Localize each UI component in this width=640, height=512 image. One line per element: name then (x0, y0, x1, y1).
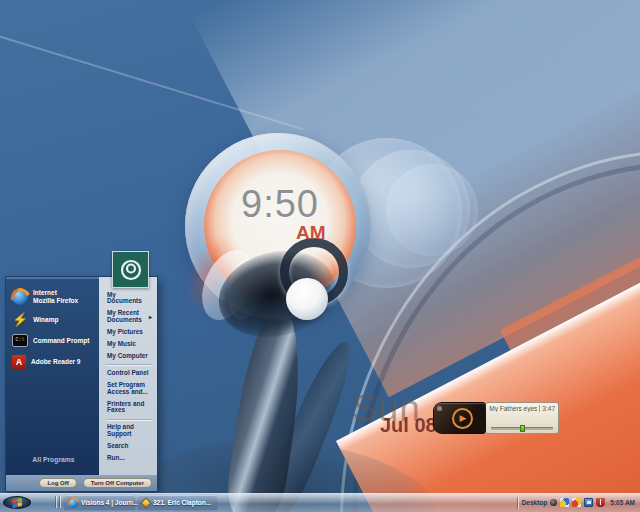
play-button[interactable]: ▶ (452, 408, 473, 429)
seek-bar[interactable] (491, 427, 553, 430)
menu-separator (107, 364, 152, 365)
menu-item-search[interactable]: Search (106, 441, 153, 453)
windows-flag-icon (12, 498, 23, 508)
menu-item-my-music[interactable]: My Music (106, 339, 153, 351)
menu-item-my-recent-documents[interactable]: My Recent Documents ▸ (106, 308, 153, 327)
menu-item-my-pictures[interactable]: My Pictures (106, 327, 153, 339)
start-menu-places-list: My Documents My Recent Documents ▸ My Pi… (99, 277, 157, 475)
menu-item-run[interactable]: Run... (106, 453, 153, 465)
menu-item-set-program-access[interactable]: Set Program Access and... (106, 379, 153, 398)
start-menu: Internet Mozilla Firefox ⚡ Winamp C:\ Co… (5, 276, 158, 492)
menu-item-control-panel[interactable]: Control Panel (106, 367, 153, 379)
tray-clock[interactable]: 5:05 AM (610, 499, 635, 506)
menu-separator (107, 419, 152, 420)
firefox-icon (68, 498, 78, 508)
clock-widget-ampm: AM (296, 222, 326, 244)
menu-item-my-documents[interactable]: My Documents (106, 289, 153, 308)
submenu-arrow-icon: ▸ (149, 314, 152, 320)
start-menu-pinned-list: Internet Mozilla Firefox ⚡ Winamp C:\ Co… (6, 277, 99, 475)
menu-item-internet[interactable]: Internet Mozilla Firefox (11, 285, 96, 309)
desktop-toolbar[interactable]: Desktop (522, 499, 548, 506)
start-menu-footer: Log Off Turn Off Computer (6, 475, 157, 491)
network-icon[interactable] (584, 498, 593, 507)
track-time: 3:47 (542, 405, 555, 412)
turn-off-computer-button[interactable]: Turn Off Computer (83, 478, 152, 488)
adobe-reader-icon: A (12, 355, 26, 369)
seek-thumb[interactable] (520, 425, 525, 432)
taskbar-right: Desktop 5:05 AM (518, 495, 638, 510)
all-programs-button[interactable]: All Programs (11, 452, 96, 471)
media-player-display: My Fathers eyes 3:47 (486, 402, 559, 434)
date-widget-date: Jul 08 (380, 414, 437, 437)
messenger-icon[interactable] (560, 498, 569, 507)
menu-item-winamp[interactable]: ⚡ Winamp (11, 309, 96, 330)
menu-item-help-support[interactable]: Help and Support (106, 422, 153, 441)
user-logo (112, 251, 149, 288)
winamp-icon (140, 497, 151, 508)
firefox-icon (12, 289, 28, 305)
log-off-button[interactable]: Log Off (39, 478, 76, 488)
media-player-widget: ▶ My Fathers eyes 3:47 (433, 402, 559, 434)
track-title: My Fathers eyes (489, 405, 537, 412)
media-player-body: ▶ (433, 402, 486, 434)
clock-widget-time: 9:50 (204, 183, 356, 226)
taskbar-separator (60, 496, 61, 508)
messenger-alt-icon[interactable] (572, 498, 581, 507)
menu-item-adobe-reader[interactable]: A Adobe Reader 9 (11, 351, 96, 373)
hidden-icons-button[interactable] (550, 499, 557, 506)
taskbar-button-winamp[interactable]: 321. Eric Clapton... (138, 495, 217, 510)
menu-item-my-computer[interactable]: My Computer (106, 350, 153, 362)
security-shield-icon[interactable] (596, 498, 605, 507)
winamp-icon: ⚡ (12, 313, 28, 326)
player-knob[interactable] (437, 406, 442, 411)
menu-item-printers-faxes[interactable]: Printers and Faxes (106, 398, 153, 417)
taskbar-button-firefox[interactable]: Visions 4 | Journ... (64, 495, 135, 510)
start-button[interactable] (3, 496, 31, 509)
play-icon: ▶ (460, 414, 467, 423)
sphere-glossy-ball (286, 278, 328, 320)
desktop: 9:50 AM Sun Jul 08 ▶ My Fathers eyes 3:4… (0, 0, 640, 512)
taskbar-separator (56, 496, 57, 508)
command-prompt-icon: C:\ (12, 334, 28, 347)
menu-item-command-prompt[interactable]: C:\ Command Prompt (11, 330, 96, 351)
player-divider (539, 405, 540, 412)
embedded-logo-icon (118, 257, 144, 283)
taskbar-separator (518, 497, 519, 509)
